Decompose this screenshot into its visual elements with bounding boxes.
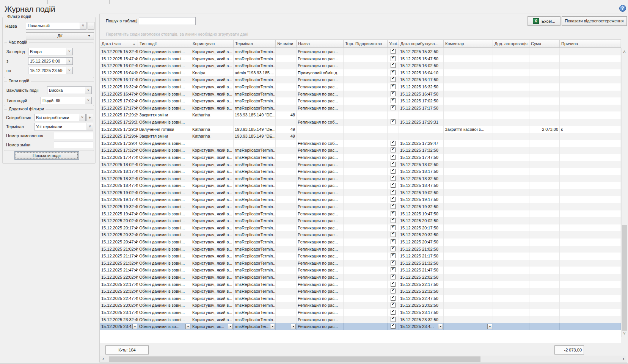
horizontal-scrollbar-thumb[interactable] [109, 356, 480, 362]
column-header-ent[interactable]: Торг. Підприємство [344, 40, 388, 47]
table-row[interactable]: 15.12.2025 17:02:49Обмін даними із зовні… [100, 97, 621, 105]
table-row[interactable]: 15.12.2025 15:47:49Обмін даними із зовні… [100, 55, 621, 63]
column-header-comment[interactable]: Коментар [444, 40, 493, 47]
table-row[interactable]: 15.12.2025 20:32:49Обмін даними із зовні… [100, 231, 621, 238]
table-row[interactable]: 15.12.2025 16:17:49Обмін даними із зовні… [100, 76, 621, 83]
employee-combobox[interactable]: Всі співробітники ˅ [34, 114, 86, 121]
table-row[interactable]: 15.12.2025 17:32:49Обмін даними із зовні… [100, 147, 621, 154]
table-row[interactable]: 15.12.2025 21:32:49Обмін даними із зовні… [100, 260, 621, 267]
excel-export-button[interactable]: X Excel... [528, 16, 560, 26]
table-row[interactable]: 15.12.2025 17:17:49Обмін даними із зовні… [100, 105, 621, 112]
table-search-input[interactable] [139, 17, 196, 25]
importance-combobox[interactable]: Висока ˅ [47, 86, 92, 94]
help-icon[interactable]: ? [619, 5, 626, 12]
filter-more-button[interactable]: ... [88, 22, 94, 30]
table-row[interactable]: 15.12.2025 16:32:49Обмін даними із зовні… [100, 83, 621, 91]
table-row[interactable]: 15.12.2025 19:17:49Обмін даними із зовні… [100, 196, 621, 203]
cell-collapse-button[interactable]: ◄ [438, 324, 443, 329]
column-header-dt[interactable]: Дата і час▲ [100, 40, 138, 47]
table-row[interactable]: 15.12.2025 20:02:49Обмін даними із зовні… [100, 217, 621, 224]
date-to-picker[interactable]: 15.12.2025 23:59 ˅ [28, 67, 73, 74]
scroll-up-icon[interactable]: ˄ [622, 48, 627, 54]
cell-collapse-button[interactable]: ◄ [185, 324, 190, 329]
table-row[interactable]: 15.12.2025 17:29:47Обмін даними із зовні… [100, 140, 621, 147]
table-row[interactable]: 15.12.2025 16:02:49Обмін даними із зовні… [100, 62, 621, 69]
filter-name-combobox[interactable]: Начальный ˅ [26, 22, 86, 30]
cell-collapse-button[interactable]: ◄ [228, 324, 233, 329]
column-header-shift[interactable]: № зміни [276, 40, 297, 47]
cell-collapse-button[interactable]: ◄ [487, 324, 492, 329]
column-header-term[interactable]: Термінал [234, 40, 276, 47]
scroll-down-icon[interactable]: ˅ [622, 331, 627, 337]
column-header-rcpt[interactable]: Дата оприбуткува... [399, 40, 444, 47]
chevron-down-icon[interactable]: ˅ [66, 58, 72, 64]
column-header-auth[interactable]: Дод. авторизація [493, 40, 529, 47]
table-row[interactable]: 15.12.2025 20:17:49Обмін даними із зовні… [100, 224, 621, 232]
vertical-scrollbar-thumb[interactable] [622, 225, 627, 331]
table-row[interactable]: 15.12.2025 17:29:44Закриття зміниKathari… [100, 133, 621, 140]
table-row[interactable]: 15.12.2025 18:17:49Обмін даними із зовні… [100, 168, 621, 175]
table-row[interactable]: 15.12.2025 21:02:49Обмін даними із зовні… [100, 246, 621, 253]
cell-collapse-button[interactable]: ◄ [132, 324, 137, 329]
table-row[interactable]: 15.12.2025 17:29:31Обмін даними із зовні… [100, 119, 621, 126]
chevron-down-icon[interactable]: ˅ [85, 97, 91, 104]
table-row[interactable]: 15.12.2025 16:47:49Обмін даними із зовні… [100, 91, 621, 98]
table-row[interactable]: 15.12.2025 18:47:49Обмін даними із зовні… [100, 182, 621, 189]
actions-button[interactable]: Дії ▼ [26, 32, 94, 39]
table-row[interactable]: 15.12.2025 18:02:49Обмін даними із зовні… [100, 161, 621, 168]
table-row[interactable]: 15.12.2025 19:02:49Обмін даними із зовні… [100, 189, 621, 196]
table-row[interactable]: 15.12.2025 15:32:49Обмін даними із зовні… [100, 48, 621, 55]
table-row[interactable]: 15.12.2025 20:47:49Обмін даними із зовні… [100, 238, 621, 246]
chevron-down-icon[interactable]: ˅ [66, 48, 72, 55]
table-row[interactable]: 15.12.2025 23:32:49Обмін даними із зовні… [100, 316, 621, 323]
table-row[interactable]: 15.12.2025 19:32:49Обмін даними із зовні… [100, 203, 621, 210]
column-header-reason[interactable]: Причина [560, 40, 620, 47]
table-row[interactable]: 15.12.2025 22:17:49Обмін даними із зовні… [100, 281, 621, 288]
success-checkbox: ✔ [391, 296, 396, 301]
table-row[interactable]: 15.12.2025 22:32:49Обмін даними із зовні… [100, 288, 621, 295]
scroll-right-icon[interactable]: › [620, 356, 626, 362]
column-header-sum[interactable]: Сума [529, 40, 560, 47]
table-row[interactable]: 15.12.2025 17:47:49Обмін даними із зовні… [100, 154, 621, 161]
cell-ent [344, 140, 388, 147]
table-row-selected[interactable]: 15.12.2025 23:4...◄Обмін даними із зо...… [100, 323, 621, 330]
table-row[interactable]: 15.12.2025 17:29:29Закриття зміниKathari… [100, 111, 621, 119]
chevron-down-icon[interactable]: ˅ [85, 87, 91, 94]
period-combobox[interactable]: Вчора ˅ [28, 48, 73, 55]
show-events-button[interactable]: Показати події [14, 151, 79, 160]
date-from-picker[interactable]: 15.12.2025 0:00 ˅ [28, 57, 73, 65]
table-row[interactable]: 15.12.2025 19:47:49Обмін даними із зовні… [100, 210, 621, 218]
chevron-down-icon[interactable]: ˅ [80, 22, 86, 29]
table-row[interactable]: 15.12.2025 22:47:49Обмін даними із зовні… [100, 295, 621, 302]
group-by-dropzone[interactable]: Перетягніть сюди заголовки стовпців, за … [100, 29, 626, 39]
table-row[interactable]: 15.12.2025 21:17:49Обмін даними із зовні… [100, 253, 621, 260]
table-row[interactable]: 15.12.2025 17:29:36Вилучення готівкиKath… [100, 126, 621, 133]
table-row[interactable]: 15.12.2025 22:02:49Обмін даними із зовні… [100, 274, 621, 281]
show-video-button[interactable]: Показати відеоспостереження [562, 16, 627, 26]
order-no-input[interactable] [54, 132, 93, 139]
table-row[interactable]: 15.12.2025 18:32:49Обмін даними із зовні… [100, 175, 621, 182]
cell-ok: ✔ [388, 281, 399, 288]
column-header-name[interactable]: Назва [297, 40, 344, 47]
scroll-left-icon[interactable]: ‹ [100, 356, 106, 362]
table-row[interactable]: 15.12.2025 16:04:09Обмін даними із зовні… [100, 69, 621, 77]
add-employee-button[interactable]: + [86, 114, 93, 121]
table-row[interactable]: 15.12.2025 23:02:49Обмін даними із зовні… [100, 302, 621, 309]
table-row[interactable]: 15.12.2025 21:47:49Обмін даними із зовні… [100, 267, 621, 274]
chevron-down-icon[interactable]: ˅ [79, 114, 85, 121]
cell-term: rmsReplicatorTermin... [234, 210, 276, 218]
column-header-user[interactable]: Користувач [191, 40, 234, 47]
shift-no-input[interactable] [54, 141, 93, 148]
vertical-scrollbar[interactable]: ˄ ˅ [621, 48, 627, 337]
cell-ok: ✔ [388, 302, 399, 309]
terminal-combobox[interactable]: Усі термінали ˅ [34, 123, 93, 130]
chevron-down-icon[interactable]: ˅ [86, 123, 93, 130]
chevron-down-icon[interactable]: ˅ [66, 67, 72, 74]
column-header-type[interactable]: Тип події [138, 40, 191, 47]
cell-collapse-button[interactable]: ◄ [291, 324, 296, 329]
types-combobox[interactable]: Подій: 68 ˅ [41, 97, 92, 104]
table-row[interactable]: 15.12.2025 23:17:49Обмін даними із зовні… [100, 309, 621, 316]
column-header-ok[interactable]: Успі... [388, 40, 399, 47]
horizontal-scrollbar[interactable]: ‹ › [100, 356, 626, 362]
cell-collapse-button[interactable]: ◄ [270, 324, 275, 329]
